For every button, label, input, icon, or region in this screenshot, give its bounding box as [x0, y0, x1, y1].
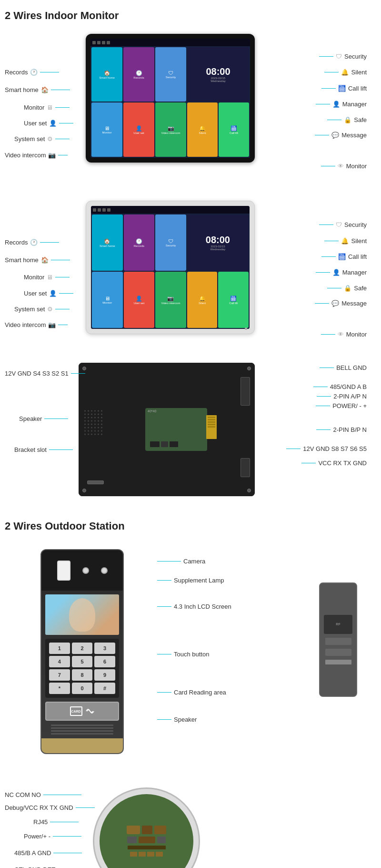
label-smarthome-1: Smart home 🏠	[5, 86, 70, 93]
label-485-b-a: 485/B A GND	[14, 849, 82, 857]
label-power: POWER/ - +	[316, 402, 367, 409]
label-calllift-2: 🛗 Call lift	[321, 253, 367, 260]
label-camera: Camera	[157, 558, 205, 565]
outdoor-diagram: 1 2 3 4 5 6 7 8 9 * 0 # CARD	[5, 540, 367, 773]
label-safe-2: 🔒 Safe	[327, 285, 367, 292]
label-vcc-rx-tx: VCC RX TX GND	[301, 460, 367, 467]
side-unit: RF	[319, 582, 357, 697]
label-smarthome-2: Smart home 🏠	[5, 256, 70, 264]
label-silent-1: 🔔 Silent	[324, 69, 367, 76]
white-monitor-frame: 🏠Smart home 🕐Records 🛡Security 🖥Monitor …	[86, 201, 255, 334]
label-systemset-2: System set ⚙	[14, 306, 70, 313]
label-security-2: 🛡 Security	[319, 221, 367, 228]
label-userset-1: User set 👤	[24, 120, 73, 127]
white-monitor-screen: 🏠Smart home 🕐Records 🛡Security 🖥Monitor …	[91, 206, 250, 329]
label-manager-1: 👤 Manager	[316, 101, 367, 108]
circuit-circle	[93, 787, 200, 868]
outdoor-speaker	[51, 725, 113, 735]
label-bell-gnd: BELL GND	[320, 364, 367, 371]
label-videointercom-2: Video intercom 📷	[5, 321, 68, 328]
label-nc-com-no-1: NC COM NO	[5, 791, 81, 798]
label-records-1: Records 🕐	[5, 69, 59, 76]
back-panel-body: 40*40	[79, 363, 255, 496]
label-calllift-1: 🛗 Call lift	[321, 85, 367, 92]
page-container: 2 Wires Indoor Monitor 🏠Smart home 🕐Re	[0, 0, 381, 868]
label-touch-button: Touch button	[157, 651, 209, 658]
label-monitor-1: Monitor 🖥	[24, 104, 70, 111]
label-silent-2: 🔔 Silent	[324, 237, 367, 245]
label-bracket-slot: Bracket slot	[14, 446, 73, 453]
label-monitor2-2: 👁 Monitor	[321, 331, 367, 338]
label-userset-2: User set 👤	[24, 290, 73, 297]
label-card-reading: Card Reading area	[157, 689, 226, 696]
label-safe-1: 🔒 Safe	[327, 116, 367, 123]
label-12v-gnd: 12V GND S4 S3 S2 S1	[5, 370, 85, 377]
label-supplement-lamp: Supplement Lamp	[157, 577, 224, 584]
section-title-indoor: 2 Wires Indoor Monitor	[5, 10, 376, 22]
outdoor-unit: 1 2 3 4 5 6 7 8 9 * 0 # CARD	[40, 549, 124, 754]
label-debug-vcc: Debug/VCC RX TX GND	[5, 804, 95, 811]
monitor-diagram-white: 🏠Smart home 🕐Records 🛡Security 🖥Monitor …	[5, 196, 367, 348]
label-manager-2: 👤 Manager	[316, 269, 367, 276]
label-ctl-gnd-det: CTL GND DET	[14, 866, 86, 868]
label-rj45: RJ45	[33, 818, 79, 826]
label-systemset-1: System set ⚙	[14, 135, 70, 143]
label-message-1: 💬 Message	[315, 132, 367, 139]
label-speaker: Speaker	[19, 415, 68, 422]
back-panel-diagram: 40*40	[5, 358, 367, 506]
keypad[interactable]: 1 2 3 4 5 6 7 8 9 * 0 #	[45, 639, 119, 698]
label-security-1: 🛡 Security	[319, 53, 367, 60]
label-monitor2-1: 👁 Monitor	[321, 163, 367, 170]
circuit-bottom-diagram: NC COM NO Debug/VCC RX TX GND RJ45 Power…	[5, 778, 367, 868]
label-outdoor-speaker: Speaker	[157, 716, 197, 723]
label-2pin-b: 2-PIN B/P N	[316, 426, 367, 433]
section-title-outdoor: 2 Wires Outdoor Station	[5, 520, 376, 532]
label-records-2: Records 🕐	[5, 239, 59, 246]
label-monitor-2: Monitor 🖥	[24, 274, 70, 281]
monitor-diagram-black: 🏠Smart home 🕐Records 🛡Security 🖥Monitor …	[5, 29, 367, 177]
label-485-gnd: 485/GND A B	[313, 383, 367, 390]
label-2pin-a: 2-PIN A/P N	[317, 393, 367, 400]
label-12v-gnd-s8: 12V GND S8 S7 S6 S5	[286, 445, 367, 452]
label-message-2: 💬 Message	[315, 300, 367, 307]
label-power-plus: Power/+ -	[24, 833, 81, 840]
label-lcd-screen: 4.3 Inch LCD Screen	[157, 603, 231, 610]
black-monitor-screen: 🏠Smart home 🕐Records 🛡Security 🖥Monitor …	[90, 39, 250, 158]
card-reader: CARD	[45, 702, 119, 721]
label-videointercom-1: Video intercom 📷	[5, 152, 68, 159]
black-monitor-frame: 🏠Smart home 🕐Records 🛡Security 🖥Monitor …	[86, 34, 255, 163]
